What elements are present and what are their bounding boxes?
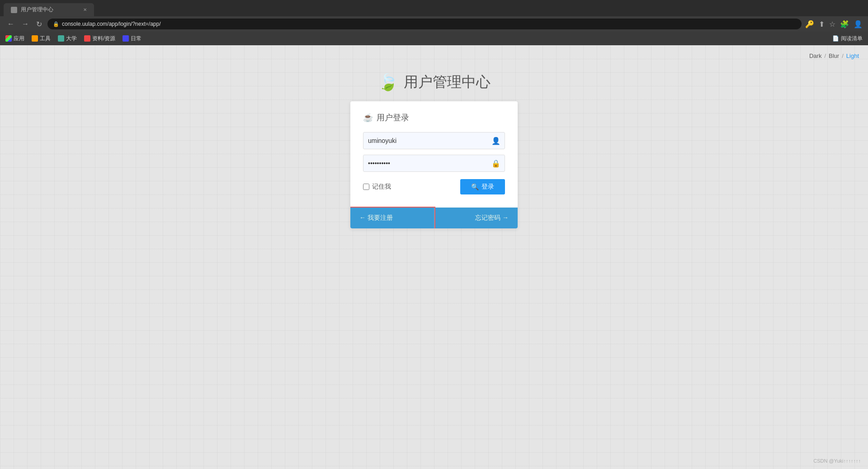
login-search-icon: 🔍 xyxy=(471,183,479,190)
lock-field-icon: 🔒 xyxy=(491,159,500,168)
bookmark-uni[interactable]: 大学 xyxy=(58,35,77,43)
browser-toolbar: ← → ↻ 🔒 console.uulap.com/app/login/?nex… xyxy=(0,16,868,32)
remember-me-label[interactable]: 记住我 xyxy=(363,183,391,191)
login-button-label: 登录 xyxy=(481,183,494,191)
browser-tab[interactable]: 用户管理中心 ✕ xyxy=(4,3,94,16)
bookmarks-bar: 应用 工具 大学 资料/资源 日常 📄 阅读清单 xyxy=(0,32,868,45)
watermark: CSDN @Yuki↑↑↑↑↑↑↑ xyxy=(813,458,861,464)
bookmark-resources[interactable]: 资料/资源 xyxy=(84,35,115,43)
reload-button[interactable]: ↻ xyxy=(34,19,44,29)
bookmark-apps[interactable]: 应用 xyxy=(5,35,24,43)
bookmark-uni-icon xyxy=(58,35,64,42)
profile-avatar[interactable]: 👤 xyxy=(854,20,863,28)
login-header-title: 用户登录 xyxy=(377,112,409,123)
username-field: 👤 xyxy=(363,132,505,149)
bookmark-resources-label: 资料/资源 xyxy=(92,35,115,43)
username-input[interactable] xyxy=(363,132,505,149)
key-icon: 🔑 xyxy=(805,20,814,28)
theme-dark-link[interactable]: Dark xyxy=(809,52,821,59)
remember-me-text: 记住我 xyxy=(372,183,391,191)
theme-divider-1: / xyxy=(824,52,826,59)
address-bar[interactable]: 🔒 console.uulap.com/app/login/?next=/app… xyxy=(47,19,802,29)
login-card-body: ☕ 用户登录 👤 🔒 记住我 🔍 登录 xyxy=(350,101,518,207)
tab-title: 用户管理中心 xyxy=(21,6,53,14)
bookmark-daily-label: 日常 xyxy=(131,35,142,43)
bookmark-tools-label: 工具 xyxy=(40,35,51,43)
theme-divider-2: / xyxy=(842,52,844,59)
register-button[interactable]: ← 我要注册 xyxy=(350,208,434,228)
bookmark-tools[interactable]: 工具 xyxy=(32,35,51,43)
page-content: Dark / Blur / Light 🍃 用户管理中心 ☕ 用户登录 👤 🔒 xyxy=(0,45,868,469)
bookmark-daily[interactable]: 日常 xyxy=(123,35,142,43)
leaf-icon: 🍃 xyxy=(378,73,398,92)
toolbar-right: 🔑 ⬆ ☆ 🧩 👤 xyxy=(805,20,863,28)
password-field: 🔒 xyxy=(363,155,505,172)
browser-chrome: 用户管理中心 ✕ ← → ↻ 🔒 console.uulap.com/app/l… xyxy=(0,0,868,32)
browser-tabs: 用户管理中心 ✕ xyxy=(0,0,868,16)
share-icon[interactable]: ⬆ xyxy=(819,20,825,28)
extensions-icon[interactable]: 🧩 xyxy=(840,20,849,28)
password-input[interactable] xyxy=(363,155,505,172)
user-icon: 👤 xyxy=(491,137,500,145)
reading-mode-label: 阅读清单 xyxy=(841,35,863,43)
bookmark-apps-label: 应用 xyxy=(14,35,24,43)
url-text: console.uulap.com/app/login/?next=/app/ xyxy=(62,21,161,27)
lock-icon: 🔒 xyxy=(53,21,59,27)
bookmark-icon[interactable]: ☆ xyxy=(829,20,835,28)
page-header: 🍃 用户管理中心 xyxy=(378,72,491,92)
form-actions-row: 记住我 🔍 登录 xyxy=(363,179,505,194)
login-button[interactable]: 🔍 登录 xyxy=(460,179,505,194)
login-card-footer: ← 我要注册 忘记密码 → xyxy=(350,207,518,228)
tab-favicon xyxy=(11,7,17,13)
bookmark-uni-label: 大学 xyxy=(66,35,77,43)
theme-blur-link[interactable]: Blur xyxy=(829,52,839,59)
register-label: ← 我要注册 xyxy=(359,214,393,222)
theme-light-link[interactable]: Light xyxy=(846,52,859,59)
forward-button[interactable]: → xyxy=(20,19,31,29)
reading-mode-icon: 📄 xyxy=(832,35,839,42)
back-button[interactable]: ← xyxy=(5,19,16,29)
bookmark-apps-icon xyxy=(5,35,12,42)
tab-close-button[interactable]: ✕ xyxy=(83,7,87,12)
theme-switcher: Dark / Blur / Light xyxy=(809,52,859,59)
bookmark-resources-icon xyxy=(84,35,90,42)
forgot-label: 忘记密码 → xyxy=(475,214,509,222)
login-header-icon: ☕ xyxy=(363,113,373,123)
login-card: ☕ 用户登录 👤 🔒 记住我 🔍 登录 xyxy=(350,101,518,228)
reading-mode-button[interactable]: 📄 阅读清单 xyxy=(832,35,863,43)
bookmark-tools-icon xyxy=(32,35,38,42)
forgot-password-button[interactable]: 忘记密码 → xyxy=(434,208,518,228)
page-title: 用户管理中心 xyxy=(404,72,491,92)
login-header: ☕ 用户登录 xyxy=(363,112,505,123)
bookmark-daily-icon xyxy=(123,35,129,42)
remember-me-checkbox[interactable] xyxy=(363,184,369,190)
